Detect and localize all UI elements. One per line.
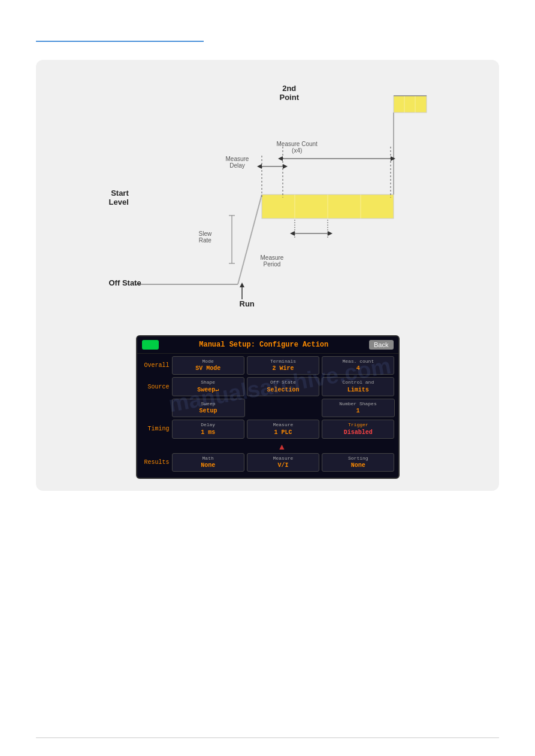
svg-line-1 [238,195,262,284]
label-measure-period: Measure Period [261,254,284,268]
svg-marker-23 [290,231,295,236]
row-label-results: Results [141,459,170,466]
screen-row-results: Results Math None Measure V/I Sorting No… [141,453,395,472]
screen-row-source: Source Shape Sweep↵ Off State Selection … [141,377,395,396]
bottom-rule [36,737,499,738]
row-label-timing: Timing [141,426,170,432]
label-start-level: Start Level [109,189,129,207]
green-indicator [142,340,159,350]
screen-row-overall: Overall Mode SV Mode Terminals 2 Wire Me… [141,356,395,377]
svg-marker-24 [328,231,333,236]
label-measure-delay: Measure Delay [226,156,249,169]
svg-marker-28 [240,283,244,287]
btn-terminals[interactable]: Terminals 2 Wire [247,356,319,375]
btn-control-limits[interactable]: Control and Limits [322,377,394,396]
btn-off-state-selection[interactable]: Off State Selection [247,377,319,396]
btn-sweep-setup[interactable]: Sweep Setup [172,399,245,417]
label-run: Run [240,299,255,308]
svg-marker-17 [257,164,262,169]
row-label-overall: Overall [141,362,170,369]
svg-marker-20 [278,156,283,161]
label-measure-count: Measure Count (x4) [277,141,318,154]
btn-trigger[interactable]: Trigger Disabled [322,420,394,438]
btn-shape[interactable]: Shape Sweep↵ [172,377,244,396]
label-off-state: Off State [109,278,141,287]
instrument-screen: manualsarchive.com Manual Setup: Configu… [136,335,400,479]
top-rule [36,41,204,42]
arrow-trigger-right: ◄ [398,425,400,436]
back-button[interactable]: Back [369,340,393,350]
screen-title: Manual Setup: Configure Action [164,341,365,349]
main-content: 2nd Point Start Level Off State Run Slew… [36,60,499,491]
btn-math[interactable]: Math None [172,453,244,472]
screen-row-sweep: ► Sweep Setup Number Shapes 1 [141,399,395,420]
label-2nd-point: 2nd Point [280,84,300,102]
btn-mode[interactable]: Mode SV Mode [172,356,244,375]
arrow-timing-left: ► [136,425,137,436]
btn-empty [247,406,319,409]
screen-body: Overall Mode SV Mode Terminals 2 Wire Me… [137,354,398,478]
label-slew-rate: Slew Rate [199,230,212,244]
arrow-measure-down: ▲ [278,442,286,451]
btn-sorting[interactable]: Sorting None [322,453,394,472]
btn-delay[interactable]: Delay 1 ms [172,420,244,438]
btn-measure-1plc[interactable]: Measure 1 PLC [247,420,319,438]
svg-rect-7 [394,96,427,113]
btn-number-shapes[interactable]: Number Shapes 1 [322,399,395,417]
arrow-sweep-left: ► [136,403,137,414]
diagram-container: 2nd Point Start Level Off State Run Slew… [36,60,499,491]
screen-row-timing: ► Timing Delay 1 ms Measure 1 PLC [141,420,395,441]
btn-measure-vi[interactable]: Measure V/I [247,453,319,472]
svg-marker-18 [283,164,288,169]
btn-meas-count[interactable]: Meas. count 4 [322,356,394,375]
row-label-source: Source [141,384,170,390]
screen-header: Manual Setup: Configure Action Back [137,336,398,354]
arrow-meas-count-right: ◄ [398,362,400,372]
waveform-area: 2nd Point Start Level Off State Run Slew… [100,78,436,329]
